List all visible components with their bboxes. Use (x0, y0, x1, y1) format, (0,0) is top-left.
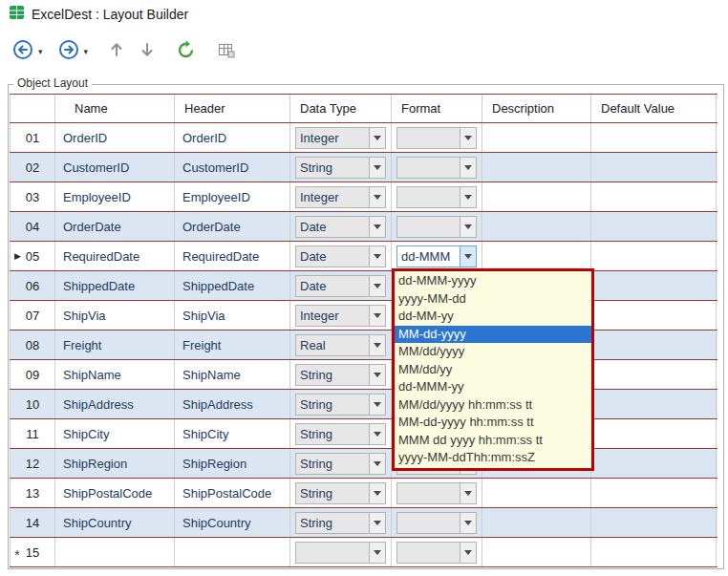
format-combo[interactable]: dd-MMM (396, 245, 477, 267)
chevron-down-icon[interactable] (369, 424, 385, 444)
row-selector[interactable]: 11 (10, 419, 55, 448)
cell-header[interactable]: ShippedDate (175, 271, 290, 300)
back-button[interactable] (12, 38, 33, 65)
cell-default[interactable] (591, 242, 717, 270)
cell-default[interactable] (591, 123, 717, 152)
chevron-down-icon[interactable] (460, 158, 476, 178)
cell-description[interactable] (482, 479, 591, 507)
chevron-down-icon[interactable] (460, 128, 476, 148)
column-header-defaultvalue[interactable]: Default Value (591, 95, 717, 122)
row-selector[interactable]: 01 (10, 123, 55, 152)
chevron-down-icon[interactable] (369, 187, 385, 207)
row-selector[interactable]: 09 (10, 360, 55, 389)
table-row[interactable]: 11 ShipCity ShipCity String (10, 419, 717, 449)
format-option[interactable]: MM-dd-yyyy (395, 326, 591, 344)
row-selector[interactable]: ▶ 05 (10, 242, 55, 270)
table-row[interactable]: 01 OrderID OrderID Integer (10, 123, 717, 153)
datatype-combo[interactable]: String (295, 364, 386, 386)
table-row[interactable]: 12 ShipRegion ShipRegion String (10, 449, 717, 479)
cell-default[interactable] (591, 360, 717, 389)
chevron-down-icon[interactable] (369, 483, 385, 503)
move-down-button[interactable] (139, 38, 155, 65)
forward-menu-button[interactable]: ▾ (85, 38, 89, 65)
format-combo[interactable] (396, 186, 477, 208)
table-row[interactable]: 09 ShipName ShipName String (10, 360, 717, 390)
cell-name[interactable]: ShipPostalCode (55, 479, 175, 507)
chevron-down-icon[interactable] (369, 128, 385, 148)
column-header-header[interactable]: Header (175, 95, 290, 122)
cell-default[interactable] (591, 271, 717, 300)
row-selector[interactable]: 10 (10, 390, 55, 418)
table-row[interactable]: 08 Freight Freight Real (10, 331, 717, 360)
row-selector[interactable]: 13 (10, 479, 55, 507)
format-option[interactable]: MM/dd/yy (395, 361, 591, 379)
cell-default[interactable] (591, 390, 717, 418)
format-option[interactable]: MM/dd/yyyy (395, 343, 591, 361)
datatype-combo[interactable]: Integer (295, 127, 386, 149)
cell-default[interactable] (591, 212, 717, 241)
chevron-down-icon[interactable] (369, 335, 385, 355)
chevron-down-icon[interactable] (369, 217, 385, 237)
table-row[interactable]: 06 ShippedDate ShippedDate Date (10, 271, 717, 301)
row-selector[interactable]: * 15 (10, 538, 55, 566)
format-combo[interactable] (396, 216, 477, 238)
cell-default[interactable] (591, 153, 717, 181)
column-header-format[interactable]: Format (392, 95, 482, 122)
row-selector[interactable]: 08 (10, 331, 55, 359)
chevron-down-icon[interactable] (460, 246, 476, 267)
cell-default[interactable] (591, 508, 717, 537)
chevron-down-icon[interactable] (369, 395, 385, 415)
datatype-combo[interactable]: String (295, 482, 386, 504)
cell-name[interactable]: ShipName (55, 360, 175, 389)
cell-name[interactable]: Freight (55, 331, 175, 359)
table-row[interactable]: 14 ShipCountry ShipCountry String (10, 508, 717, 538)
cell-header[interactable]: ShipName (175, 360, 290, 389)
chevron-down-icon[interactable] (460, 543, 476, 563)
chevron-down-icon[interactable] (460, 483, 476, 503)
refresh-button[interactable] (176, 38, 196, 65)
format-combo[interactable] (396, 482, 477, 504)
table-row[interactable]: 13 ShipPostalCode ShipPostalCode String (10, 479, 717, 508)
cell-name[interactable]: ShipVia (55, 301, 175, 330)
row-selector[interactable]: 06 (10, 271, 55, 300)
row-selector[interactable]: 12 (10, 449, 55, 478)
row-selector[interactable]: 14 (10, 508, 55, 537)
cell-default[interactable] (591, 479, 717, 507)
chevron-down-icon[interactable] (369, 513, 385, 533)
cell-header[interactable]: OrderDate (175, 212, 290, 241)
cell-name[interactable]: ShipAddress (55, 390, 175, 418)
chevron-down-icon[interactable] (369, 158, 385, 178)
format-option[interactable]: MM-dd-yyyy hh:mm:ss tt (395, 414, 591, 432)
chevron-down-icon[interactable] (460, 187, 476, 207)
cell-header[interactable]: OrderID (175, 123, 290, 152)
chevron-down-icon[interactable] (369, 246, 385, 267)
chevron-down-icon[interactable] (369, 276, 385, 296)
cell-name[interactable]: OrderDate (55, 212, 175, 241)
format-combo[interactable] (396, 157, 477, 179)
cell-description[interactable] (482, 182, 591, 211)
cell-description[interactable] (482, 123, 591, 152)
grid-view-button[interactable] (217, 38, 235, 65)
datatype-combo[interactable]: Integer (295, 186, 386, 208)
datatype-combo[interactable]: String (295, 453, 386, 475)
row-selector[interactable]: 02 (10, 153, 55, 181)
cell-header[interactable]: ShipVia (175, 301, 290, 330)
chevron-down-icon[interactable] (460, 217, 476, 237)
table-row[interactable]: ▶ 05 RequiredDate RequiredDate Date dd-M… (10, 242, 717, 271)
cell-description[interactable] (482, 153, 591, 181)
chevron-down-icon[interactable] (460, 513, 476, 533)
datatype-combo[interactable]: String (295, 512, 386, 534)
format-option[interactable]: yyyy-MM-ddThh:mm:ssZ (395, 449, 591, 467)
cell-description[interactable] (482, 508, 591, 537)
format-option[interactable]: dd-MMM-yyyy (395, 272, 591, 290)
chevron-down-icon[interactable] (369, 306, 385, 326)
cell-name[interactable]: OrderID (55, 123, 175, 152)
table-row[interactable]: 03 EmployeeID EmployeeID Integer (10, 182, 717, 212)
cell-default[interactable] (591, 419, 717, 448)
row-selector[interactable]: 07 (10, 301, 55, 330)
cell-name[interactable]: ShipCity (55, 419, 175, 448)
cell-header[interactable]: RequiredDate (175, 242, 290, 270)
table-row[interactable]: 07 ShipVia ShipVia Integer (10, 301, 717, 331)
datatype-combo[interactable]: Date (295, 275, 386, 297)
datatype-combo[interactable]: String (295, 157, 386, 179)
